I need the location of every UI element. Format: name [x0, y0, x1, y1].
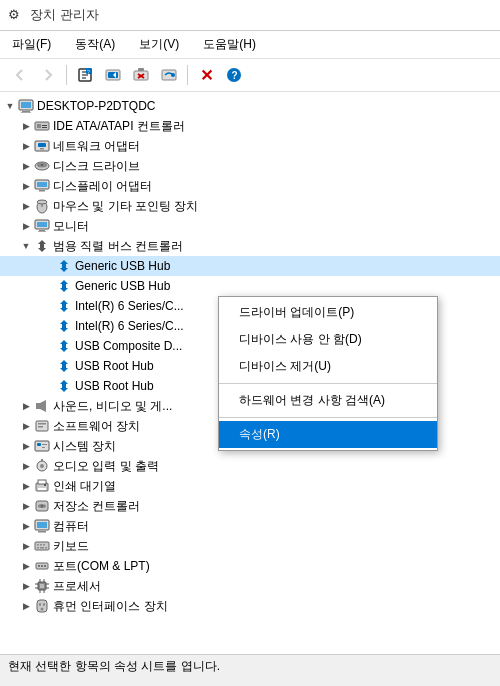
back-button[interactable] — [8, 63, 32, 87]
svg-rect-38 — [37, 222, 47, 227]
tree-item-disk[interactable]: ▶ 디스크 드라이브 — [0, 156, 500, 176]
audio-io-expand-icon: ▶ — [20, 460, 32, 472]
storage-label: 저장소 컨트롤러 — [53, 498, 140, 515]
processor-icon — [34, 578, 50, 594]
ctx-uninstall[interactable]: 디바이스 제거(U) — [219, 353, 437, 380]
tree-item-monitor[interactable]: ▶ 모니터 — [0, 216, 500, 236]
audio-io-icon — [34, 458, 50, 474]
software-icon — [34, 418, 50, 434]
svg-rect-45 — [38, 426, 43, 428]
network-label: 네트워크 어댑터 — [53, 138, 140, 155]
svg-rect-47 — [37, 443, 41, 446]
processor-label: 프로세서 — [53, 578, 101, 595]
svg-point-72 — [41, 565, 43, 567]
mouse-expand-icon: ▶ — [20, 200, 32, 212]
context-menu: 드라이버 업데이트(P) 디바이스 사용 안 함(D) 디바이스 제거(U) 하… — [218, 296, 438, 451]
tree-item-generic-hub1[interactable]: ▶ Generic USB Hub — [0, 256, 500, 276]
delete-button[interactable]: ✕ — [194, 63, 218, 87]
svg-rect-67 — [37, 547, 39, 549]
menu-view[interactable]: 보기(V) — [135, 34, 183, 55]
usb-composite-icon — [56, 338, 72, 354]
system-label: 시스템 장치 — [53, 438, 116, 455]
svg-rect-48 — [42, 444, 47, 445]
app-icon: ⚙ — [8, 7, 24, 23]
update-driver-button[interactable] — [101, 63, 125, 87]
ctx-scan[interactable]: 하드웨어 변경 사항 검색(A) — [219, 387, 437, 414]
ports-icon — [34, 558, 50, 574]
toolbar-separator-1 — [66, 65, 67, 85]
main-panel: ▼ DESKTOP-P2DTQDC ▶ IDE ATA/ATAPI 컨트롤러 ▶… — [0, 92, 500, 678]
forward-button[interactable] — [36, 63, 60, 87]
processor-expand-icon: ▶ — [20, 580, 32, 592]
svg-rect-41 — [36, 403, 40, 409]
display-label: 디스플레이 어댑터 — [53, 178, 152, 195]
monitor-icon — [34, 218, 50, 234]
tree-item-audio-io[interactable]: ▶ 오디오 입력 및 출력 — [0, 456, 500, 476]
tree-item-generic-hub2[interactable]: ▶ Generic USB Hub — [0, 276, 500, 296]
svg-rect-27 — [40, 148, 44, 150]
svg-rect-86 — [43, 603, 45, 606]
svg-text:?: ? — [232, 70, 238, 81]
svg-rect-26 — [38, 143, 46, 147]
tree-item-print[interactable]: ▶ 인쇄 대기열 — [0, 476, 500, 496]
help-button[interactable]: ? — [222, 63, 246, 87]
svg-rect-10 — [138, 68, 144, 71]
system-icon — [34, 438, 50, 454]
tree-item-computer[interactable]: ▶ 컴퓨터 — [0, 516, 500, 536]
ctx-separator — [219, 383, 437, 384]
software-label: 소프트웨어 장치 — [53, 418, 140, 435]
properties-button[interactable]: ? — [73, 63, 97, 87]
ctx-disable[interactable]: 디바이스 사용 안 함(D) — [219, 326, 437, 353]
keyboard-expand-icon: ▶ — [20, 540, 32, 552]
svg-rect-24 — [42, 127, 47, 128]
disk-expand-icon: ▶ — [20, 160, 32, 172]
tree-item-processor[interactable]: ▶ 프로세서 — [0, 576, 500, 596]
monitor-label: 모니터 — [53, 218, 89, 235]
svg-point-73 — [44, 565, 46, 567]
svg-point-87 — [41, 608, 44, 611]
ctx-driver-update[interactable]: 드라이버 업데이트(P) — [219, 299, 437, 326]
tree-item-usb-ctrl[interactable]: ▼ 범용 직렬 버스 컨트롤러 — [0, 236, 500, 256]
hid-expand-icon: ▶ — [20, 600, 32, 612]
ctx-properties[interactable]: 속성(R) — [219, 421, 437, 448]
print-icon — [34, 478, 50, 494]
computer-icon — [18, 98, 34, 114]
tree-item-storage[interactable]: ▶ 저장소 컨트롤러 — [0, 496, 500, 516]
ports-expand-icon: ▶ — [20, 560, 32, 572]
svg-rect-32 — [37, 182, 47, 187]
menu-action[interactable]: 동작(A) — [71, 34, 119, 55]
computer-label: 컴퓨터 — [53, 518, 89, 535]
tree-item-ide[interactable]: ▶ IDE ATA/ATAPI 컨트롤러 — [0, 116, 500, 136]
tree-item-hid[interactable]: ▶ 휴먼 인터페이스 장치 — [0, 596, 500, 616]
computer-expand-icon: ▶ — [20, 520, 32, 532]
tree-item-mouse[interactable]: ▶ 마우스 및 기타 포인팅 장치 — [0, 196, 500, 216]
tree-root[interactable]: ▼ DESKTOP-P2DTQDC — [0, 96, 500, 116]
storage-expand-icon: ▶ — [20, 500, 32, 512]
tree-item-keyboard[interactable]: ▶ 키보드 — [0, 536, 500, 556]
print-label: 인쇄 대기열 — [53, 478, 116, 495]
ide-icon — [34, 118, 50, 134]
display-expand-icon: ▶ — [20, 180, 32, 192]
scan-hardware-button[interactable] — [157, 63, 181, 87]
usb-hub1-icon — [56, 258, 72, 274]
usb-ctrl-icon — [34, 238, 50, 254]
root-expand-icon: ▼ — [4, 100, 16, 112]
usb-ctrl-label: 범용 직렬 버스 컨트롤러 — [53, 238, 183, 255]
intel2-icon — [56, 318, 72, 334]
svg-rect-46 — [35, 441, 49, 451]
svg-rect-68 — [40, 547, 44, 549]
svg-rect-22 — [37, 124, 41, 128]
usb-root2-label: USB Root Hub — [75, 379, 154, 393]
uninstall-device-button[interactable] — [129, 63, 153, 87]
svg-point-59 — [41, 505, 43, 507]
svg-rect-66 — [43, 544, 45, 546]
menu-file[interactable]: 파일(F) — [8, 34, 55, 55]
tree-item-ports[interactable]: ▶ 포트(COM & LPT) — [0, 556, 500, 576]
menu-help[interactable]: 도움말(H) — [199, 34, 260, 55]
svg-rect-63 — [35, 542, 49, 550]
menu-bar: 파일(F) 동작(A) 보기(V) 도움말(H) — [0, 31, 500, 59]
tree-item-display[interactable]: ▶ 디스플레이 어댑터 — [0, 176, 500, 196]
tree-item-network[interactable]: ▶ 네트워크 어댑터 — [0, 136, 500, 156]
ide-expand-icon: ▶ — [20, 120, 32, 132]
usb-hub2-icon — [56, 278, 72, 294]
